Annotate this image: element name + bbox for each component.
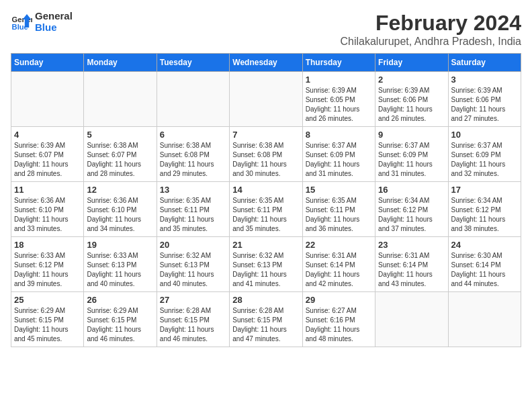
calendar-cell: 12Sunrise: 6:36 AM Sunset: 6:10 PM Dayli… bbox=[84, 182, 157, 237]
calendar-cell bbox=[375, 292, 448, 347]
calendar-cell: 7Sunrise: 6:38 AM Sunset: 6:08 PM Daylig… bbox=[230, 127, 302, 182]
calendar-cell: 13Sunrise: 6:35 AM Sunset: 6:11 PM Dayli… bbox=[157, 182, 229, 237]
day-number: 17 bbox=[451, 185, 518, 195]
day-number: 1 bbox=[306, 75, 372, 85]
day-number: 14 bbox=[232, 185, 299, 195]
calendar-week-row: 11Sunrise: 6:36 AM Sunset: 6:10 PM Dayli… bbox=[11, 182, 521, 237]
day-info: Sunrise: 6:35 AM Sunset: 6:11 PM Dayligh… bbox=[232, 196, 299, 234]
calendar-week-row: 1Sunrise: 6:39 AM Sunset: 6:05 PM Daylig… bbox=[11, 72, 521, 127]
day-number: 13 bbox=[160, 185, 226, 195]
calendar-week-row: 4Sunrise: 6:39 AM Sunset: 6:07 PM Daylig… bbox=[11, 127, 521, 182]
location-title: Chilakalurupet, Andhra Pradesh, India bbox=[340, 36, 521, 48]
day-info: Sunrise: 6:39 AM Sunset: 6:06 PM Dayligh… bbox=[378, 86, 445, 124]
weekday-header: Friday bbox=[375, 54, 448, 72]
weekday-header: Tuesday bbox=[157, 54, 229, 72]
calendar-cell: 14Sunrise: 6:35 AM Sunset: 6:11 PM Dayli… bbox=[230, 182, 302, 237]
calendar-cell: 8Sunrise: 6:37 AM Sunset: 6:09 PM Daylig… bbox=[302, 127, 375, 182]
title-block: February 2024 Chilakalurupet, Andhra Pra… bbox=[340, 11, 521, 48]
day-number: 28 bbox=[232, 295, 299, 305]
calendar-cell: 1Sunrise: 6:39 AM Sunset: 6:05 PM Daylig… bbox=[302, 72, 375, 127]
day-info: Sunrise: 6:38 AM Sunset: 6:08 PM Dayligh… bbox=[160, 141, 226, 179]
calendar-cell: 4Sunrise: 6:39 AM Sunset: 6:07 PM Daylig… bbox=[11, 127, 84, 182]
day-info: Sunrise: 6:38 AM Sunset: 6:08 PM Dayligh… bbox=[232, 141, 299, 179]
logo-general: General bbox=[35, 11, 73, 22]
day-info: Sunrise: 6:32 AM Sunset: 6:13 PM Dayligh… bbox=[232, 251, 299, 289]
day-number: 6 bbox=[160, 130, 226, 140]
calendar-cell: 29Sunrise: 6:27 AM Sunset: 6:16 PM Dayli… bbox=[302, 292, 375, 347]
day-info: Sunrise: 6:39 AM Sunset: 6:07 PM Dayligh… bbox=[14, 141, 81, 179]
day-number: 10 bbox=[451, 130, 518, 140]
day-number: 25 bbox=[14, 295, 81, 305]
day-info: Sunrise: 6:27 AM Sunset: 6:16 PM Dayligh… bbox=[306, 306, 372, 344]
day-info: Sunrise: 6:37 AM Sunset: 6:09 PM Dayligh… bbox=[378, 141, 445, 179]
weekday-header: Sunday bbox=[11, 54, 84, 72]
day-number: 19 bbox=[87, 240, 153, 250]
calendar-cell bbox=[157, 72, 229, 127]
day-number: 23 bbox=[378, 240, 445, 250]
month-title: February 2024 bbox=[340, 11, 521, 36]
calendar-cell bbox=[11, 72, 84, 127]
calendar-week-row: 18Sunrise: 6:33 AM Sunset: 6:12 PM Dayli… bbox=[11, 237, 521, 292]
logo-blue: Blue bbox=[35, 22, 73, 34]
day-number: 26 bbox=[87, 295, 153, 305]
calendar-cell bbox=[84, 72, 157, 127]
day-number: 24 bbox=[451, 240, 518, 250]
calendar-cell: 11Sunrise: 6:36 AM Sunset: 6:10 PM Dayli… bbox=[11, 182, 84, 237]
calendar-cell: 27Sunrise: 6:28 AM Sunset: 6:15 PM Dayli… bbox=[157, 292, 229, 347]
day-info: Sunrise: 6:37 AM Sunset: 6:09 PM Dayligh… bbox=[451, 141, 518, 179]
calendar-cell: 24Sunrise: 6:30 AM Sunset: 6:14 PM Dayli… bbox=[448, 237, 521, 292]
day-info: Sunrise: 6:34 AM Sunset: 6:12 PM Dayligh… bbox=[451, 196, 518, 234]
weekday-header: Wednesday bbox=[230, 54, 302, 72]
day-number: 2 bbox=[378, 75, 445, 85]
day-info: Sunrise: 6:39 AM Sunset: 6:05 PM Dayligh… bbox=[306, 86, 372, 124]
day-info: Sunrise: 6:32 AM Sunset: 6:13 PM Dayligh… bbox=[160, 251, 226, 289]
day-info: Sunrise: 6:33 AM Sunset: 6:13 PM Dayligh… bbox=[87, 251, 153, 289]
calendar-cell: 26Sunrise: 6:29 AM Sunset: 6:15 PM Dayli… bbox=[84, 292, 157, 347]
calendar-cell: 6Sunrise: 6:38 AM Sunset: 6:08 PM Daylig… bbox=[157, 127, 229, 182]
day-number: 9 bbox=[378, 130, 445, 140]
day-info: Sunrise: 6:31 AM Sunset: 6:14 PM Dayligh… bbox=[378, 251, 445, 289]
calendar-cell bbox=[448, 292, 521, 347]
calendar-cell: 2Sunrise: 6:39 AM Sunset: 6:06 PM Daylig… bbox=[375, 72, 448, 127]
day-number: 7 bbox=[232, 130, 299, 140]
calendar-cell: 25Sunrise: 6:29 AM Sunset: 6:15 PM Dayli… bbox=[11, 292, 84, 347]
day-number: 22 bbox=[306, 240, 372, 250]
day-number: 3 bbox=[451, 75, 518, 85]
calendar-header-row: SundayMondayTuesdayWednesdayThursdayFrid… bbox=[11, 54, 521, 72]
day-number: 12 bbox=[87, 185, 153, 195]
calendar-cell: 22Sunrise: 6:31 AM Sunset: 6:14 PM Dayli… bbox=[302, 237, 375, 292]
weekday-header: Monday bbox=[84, 54, 157, 72]
calendar-cell: 9Sunrise: 6:37 AM Sunset: 6:09 PM Daylig… bbox=[375, 127, 448, 182]
day-info: Sunrise: 6:35 AM Sunset: 6:11 PM Dayligh… bbox=[306, 196, 372, 234]
weekday-header: Thursday bbox=[302, 54, 375, 72]
calendar-cell: 19Sunrise: 6:33 AM Sunset: 6:13 PM Dayli… bbox=[84, 237, 157, 292]
day-number: 15 bbox=[306, 185, 372, 195]
logo: General Blue General Blue bbox=[11, 11, 73, 33]
day-info: Sunrise: 6:39 AM Sunset: 6:06 PM Dayligh… bbox=[451, 86, 518, 124]
day-number: 11 bbox=[14, 185, 81, 195]
weekday-header: Saturday bbox=[448, 54, 521, 72]
day-info: Sunrise: 6:29 AM Sunset: 6:15 PM Dayligh… bbox=[14, 306, 81, 344]
page-header: General Blue General Blue February 2024 … bbox=[11, 11, 521, 48]
day-info: Sunrise: 6:36 AM Sunset: 6:10 PM Dayligh… bbox=[87, 196, 153, 234]
day-number: 4 bbox=[14, 130, 81, 140]
day-number: 21 bbox=[232, 240, 299, 250]
calendar-cell: 3Sunrise: 6:39 AM Sunset: 6:06 PM Daylig… bbox=[448, 72, 521, 127]
calendar-cell: 21Sunrise: 6:32 AM Sunset: 6:13 PM Dayli… bbox=[230, 237, 302, 292]
calendar-cell: 28Sunrise: 6:28 AM Sunset: 6:15 PM Dayli… bbox=[230, 292, 302, 347]
calendar-cell bbox=[230, 72, 302, 127]
day-number: 5 bbox=[87, 130, 153, 140]
day-info: Sunrise: 6:29 AM Sunset: 6:15 PM Dayligh… bbox=[87, 306, 153, 344]
calendar-cell: 17Sunrise: 6:34 AM Sunset: 6:12 PM Dayli… bbox=[448, 182, 521, 237]
day-info: Sunrise: 6:34 AM Sunset: 6:12 PM Dayligh… bbox=[378, 196, 445, 234]
day-info: Sunrise: 6:36 AM Sunset: 6:10 PM Dayligh… bbox=[14, 196, 81, 234]
day-number: 27 bbox=[160, 295, 226, 305]
day-number: 8 bbox=[306, 130, 372, 140]
day-number: 20 bbox=[160, 240, 226, 250]
calendar-table: SundayMondayTuesdayWednesdayThursdayFrid… bbox=[11, 53, 521, 347]
calendar-body: 1Sunrise: 6:39 AM Sunset: 6:05 PM Daylig… bbox=[11, 72, 521, 347]
day-number: 18 bbox=[14, 240, 81, 250]
calendar-cell: 5Sunrise: 6:38 AM Sunset: 6:07 PM Daylig… bbox=[84, 127, 157, 182]
calendar-week-row: 25Sunrise: 6:29 AM Sunset: 6:15 PM Dayli… bbox=[11, 292, 521, 347]
logo-icon: General Blue bbox=[11, 11, 32, 33]
